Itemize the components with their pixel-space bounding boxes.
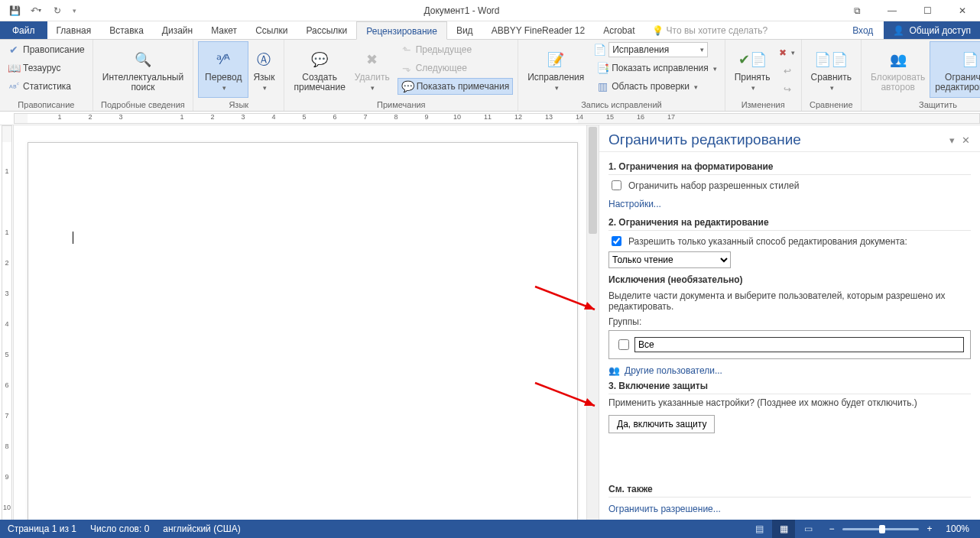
- group-comments: 💬 Создать примечание ✖ Удалить ⬑Предыдущ…: [284, 40, 518, 111]
- group-language: ᵃ⁄ᴬ Перевод Ⓐ Язык Язык: [193, 40, 284, 111]
- zoom-out-button[interactable]: −: [826, 523, 838, 534]
- reject-button[interactable]: ✖: [778, 44, 797, 61]
- group-proofing-label: Правописание: [0, 99, 92, 111]
- view-print-icon[interactable]: ▦: [772, 520, 795, 538]
- group-proofing: ✔Правописание 📖Тезаурус ᴬᴮᶜСтатистика Пр…: [0, 40, 93, 111]
- redo-icon[interactable]: ↻: [47, 2, 67, 20]
- prev-change-button[interactable]: ↩: [778, 63, 797, 79]
- restrict-editing-icon: 📄: [962, 47, 978, 73]
- language-button[interactable]: Ⓐ Язык: [248, 41, 279, 98]
- tab-file[interactable]: Файл: [0, 21, 47, 39]
- pane-close-icon[interactable]: ✕: [959, 134, 972, 146]
- share-button[interactable]: 👤 Общий доступ: [884, 21, 980, 39]
- ruler-horizontal[interactable]: 1231234567891011121314151617: [0, 112, 980, 125]
- smart-lookup-icon: 🔍: [135, 47, 151, 73]
- next-comment-button[interactable]: ⬎Следующее: [398, 60, 514, 76]
- thesaurus-button[interactable]: 📖Тезаурус: [5, 60, 88, 76]
- ruler-vertical[interactable]: 11234567891011: [0, 125, 14, 520]
- statistics-button[interactable]: ᴬᴮᶜСтатистика: [5, 78, 88, 95]
- group-language-label: Язык: [193, 99, 284, 111]
- status-words[interactable]: Число слов: 0: [90, 523, 149, 534]
- zoom-in-button[interactable]: +: [923, 523, 936, 534]
- tab-mailings[interactable]: Рассылки: [297, 21, 356, 39]
- formatting-restrict-checkbox[interactable]: Ограничить набор разрешенных стилей: [608, 178, 971, 193]
- track-changes-button[interactable]: 📝 Исправления: [523, 41, 589, 98]
- restrict-permission-link[interactable]: Ограничить разрешение...: [608, 504, 721, 514]
- tab-review[interactable]: Рецензирование: [356, 21, 447, 40]
- compare-button[interactable]: 📄📄 Сравнить: [806, 41, 856, 98]
- new-comment-button[interactable]: 💬 Создать примечание: [289, 41, 349, 98]
- prev-change-icon: ↩: [784, 66, 791, 76]
- new-comment-icon: 💬: [311, 47, 328, 73]
- tell-me-input[interactable]: 💡 Что вы хотите сделать?: [644, 21, 776, 39]
- reject-icon: ✖: [779, 47, 787, 58]
- ribbon-tabs: Файл Главная Вставка Дизайн Макет Ссылки…: [0, 21, 980, 40]
- save-icon[interactable]: 💾: [5, 2, 24, 20]
- tab-references[interactable]: Ссылки: [246, 21, 297, 39]
- everyone-field[interactable]: [634, 337, 964, 352]
- tab-insert[interactable]: Вставка: [100, 21, 153, 39]
- pane-title: Ограничить редактирование: [608, 131, 945, 148]
- view-read-icon[interactable]: ▤: [748, 520, 771, 538]
- translate-icon: ᵃ⁄ᴬ: [216, 47, 230, 73]
- status-page[interactable]: Страница 1 из 1: [8, 523, 76, 534]
- group-insights: 🔍 Интеллектуальный поиск Подробные сведе…: [93, 40, 193, 111]
- editing-type-combo[interactable]: Только чтение: [608, 251, 971, 268]
- tab-view[interactable]: Вид: [447, 21, 482, 39]
- editing-restrict-checkbox[interactable]: Разрешить только указанный способ редакт…: [608, 234, 971, 248]
- next-change-button[interactable]: ↪: [778, 81, 797, 98]
- group-protect-label: Защитить: [862, 99, 980, 111]
- zoom-percent[interactable]: 100%: [940, 523, 974, 534]
- minimize-icon[interactable]: —: [875, 0, 910, 21]
- pane-section3-heading: 3. Включение защиты: [608, 381, 971, 394]
- show-comments-icon: 💬: [401, 80, 414, 92]
- accept-button[interactable]: ✔📄 Принять: [730, 41, 775, 98]
- window-title: Документ1 - Word: [84, 0, 839, 21]
- document-page[interactable]: [28, 142, 578, 520]
- status-language[interactable]: английский (США): [163, 523, 240, 534]
- group-compare-label: Сравнение: [802, 99, 861, 111]
- tab-acrobat[interactable]: Acrobat: [594, 21, 644, 39]
- start-enforcement-button[interactable]: Да, включить защиту: [608, 415, 715, 433]
- tab-design[interactable]: Дизайн: [153, 21, 202, 39]
- ribbon-options-icon[interactable]: ⧉: [839, 0, 875, 21]
- tab-abbyy[interactable]: ABBYY FineReader 12: [482, 21, 595, 39]
- close-icon[interactable]: ✕: [945, 0, 980, 21]
- stats-icon: ᴬᴮᶜ: [8, 80, 20, 93]
- show-markup-button[interactable]: 📑Показать исправления: [593, 60, 720, 76]
- share-icon: 👤: [893, 21, 904, 40]
- spelling-button[interactable]: ✔Правописание: [5, 41, 88, 58]
- group-changes-label: Изменения: [725, 99, 801, 111]
- compare-icon: 📄📄: [814, 47, 848, 73]
- more-users-link[interactable]: 👥 Другие пользователи...: [608, 365, 971, 376]
- zoom-slider[interactable]: [842, 528, 919, 530]
- show-comments-button[interactable]: 💬Показать примечания: [398, 78, 514, 95]
- accept-icon: ✔📄: [738, 47, 767, 73]
- document-area[interactable]: [14, 125, 599, 520]
- tab-layout[interactable]: Макет: [202, 21, 246, 39]
- language-icon: Ⓐ: [257, 47, 271, 73]
- qat-customize-icon[interactable]: ▾: [69, 2, 80, 20]
- sign-in-link[interactable]: Вход: [842, 21, 884, 39]
- reviewing-pane-button[interactable]: ▥Область проверки: [593, 78, 720, 95]
- display-for-review-combo[interactable]: 📄 Исправления: [593, 41, 720, 58]
- group-changes: ✔📄 Принять ✖ ↩ ↪ Изменения: [725, 40, 802, 111]
- status-bar: Страница 1 из 1 Число слов: 0 английский…: [0, 520, 980, 538]
- tab-home[interactable]: Главная: [47, 21, 101, 39]
- maximize-icon[interactable]: ☐: [910, 0, 945, 21]
- pane-menu-icon[interactable]: ▾: [945, 134, 959, 146]
- groups-label: Группы:: [608, 316, 971, 327]
- translate-button[interactable]: ᵃ⁄ᴬ Перевод: [198, 41, 248, 98]
- undo-icon[interactable]: ↶▾: [26, 2, 46, 20]
- reviewing-pane-icon: ▥: [596, 80, 608, 92]
- restrict-editing-button[interactable]: 📄 Ограничить редактирование: [930, 41, 980, 98]
- show-markup-icon: 📑: [596, 62, 608, 74]
- smart-lookup-button[interactable]: 🔍 Интеллектуальный поиск: [98, 41, 188, 98]
- delete-comment-button[interactable]: ✖ Удалить: [350, 41, 394, 98]
- block-authors-button[interactable]: 👥 Блокировать авторов: [866, 41, 930, 98]
- view-web-icon[interactable]: ▭: [797, 520, 819, 538]
- prev-comment-button[interactable]: ⬑Предыдущее: [398, 41, 514, 58]
- formatting-settings-link[interactable]: Настройки...: [608, 199, 661, 209]
- vertical-scrollbar[interactable]: [586, 125, 599, 520]
- everyone-checkbox[interactable]: [618, 339, 629, 350]
